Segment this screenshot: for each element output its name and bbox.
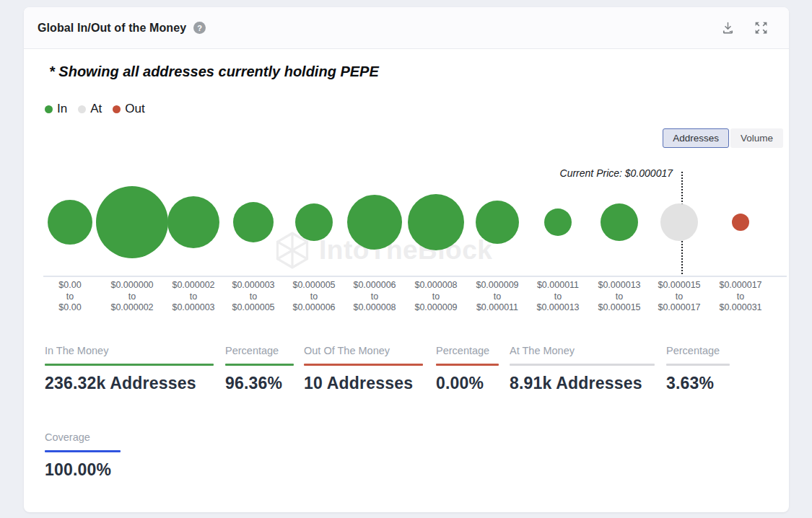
stat-underline — [436, 364, 499, 366]
toggle-volume-button[interactable]: Volume — [730, 128, 783, 148]
coverage-underline — [45, 450, 121, 452]
watermark-text: IntoTheBlock — [319, 235, 492, 265]
stat-value: 0.00% — [436, 374, 499, 393]
legend-item-in[interactable]: In — [45, 102, 67, 116]
x-axis-line — [43, 276, 787, 277]
coverage-value: 100.00% — [45, 460, 121, 480]
stat-label: Percentage — [666, 345, 730, 356]
stat-block-in-the-money: In The Money236.32k Addresses — [45, 345, 214, 393]
stat-underline — [666, 364, 730, 366]
legend-dot-icon — [78, 105, 86, 113]
view-toggle: AddressesVolume — [663, 128, 783, 148]
coverage-label: Coverage — [45, 431, 121, 443]
toggle-addresses-button[interactable]: Addresses — [663, 128, 729, 148]
stat-value: 8.91k Addresses — [510, 374, 655, 393]
bubble-in-10[interactable] — [601, 203, 638, 241]
legend-label: In — [57, 102, 67, 116]
chart-legend: InAtOut — [45, 102, 145, 116]
bubble-in-6[interactable] — [347, 195, 402, 250]
stat-value: 3.63% — [666, 374, 730, 393]
stat-label: Percentage — [436, 345, 499, 356]
stat-block-percentage: Percentage3.63% — [666, 345, 730, 393]
legend-item-at[interactable]: At — [78, 102, 102, 116]
bubble-in-2[interactable] — [96, 186, 168, 258]
legend-label: Out — [125, 102, 144, 116]
stat-block-out-of-the-money: Out Of The Money10 Addresses — [304, 345, 423, 393]
bubble-in-8[interactable] — [476, 201, 519, 244]
card-header: Global In/Out of the Money ? — [24, 7, 789, 49]
legend-dot-icon — [113, 105, 121, 113]
stat-value: 10 Addresses — [304, 374, 423, 393]
legend-label: At — [90, 102, 102, 116]
legend-dot-icon — [45, 105, 53, 113]
bubble-in-1[interactable] — [48, 200, 92, 245]
page-title: Global In/Out of the Money — [38, 22, 186, 35]
stat-underline — [304, 364, 423, 366]
current-price-annotation: Current Price: $0.000017 — [560, 167, 673, 179]
stat-underline — [510, 364, 655, 366]
expand-icon[interactable] — [754, 20, 769, 35]
stat-label: Out Of The Money — [304, 345, 423, 356]
bubble-in-7[interactable] — [408, 194, 464, 250]
bubble-in-5[interactable] — [295, 203, 333, 241]
stat-value: 96.36% — [225, 374, 294, 393]
x-axis-tick-label: $0.000017to$0.000031 — [701, 280, 780, 314]
coverage-block: Coverage 100.00% — [45, 431, 121, 480]
stat-block-at-the-money: At The Money8.91k Addresses — [510, 345, 655, 393]
download-icon[interactable] — [720, 20, 735, 35]
stat-label: Percentage — [225, 345, 294, 356]
legend-item-out[interactable]: Out — [113, 102, 144, 116]
header-actions — [720, 20, 769, 35]
bubble-out-12[interactable] — [732, 214, 749, 231]
bubble-in-3[interactable] — [167, 196, 219, 248]
stat-underline — [225, 364, 294, 366]
bubble-at-11[interactable] — [660, 203, 698, 241]
bubble-in-9[interactable] — [544, 208, 572, 236]
stat-block-percentage: Percentage0.00% — [436, 345, 499, 393]
stat-value: 236.32k Addresses — [45, 374, 214, 393]
chart-subtitle: * Showing all addresses currently holdin… — [49, 63, 379, 80]
help-icon[interactable]: ? — [193, 22, 206, 34]
stat-label: In The Money — [45, 345, 214, 356]
stat-label: At The Money — [510, 345, 655, 356]
stat-block-percentage: Percentage96.36% — [225, 345, 294, 393]
bubble-in-4[interactable] — [233, 202, 274, 242]
stat-underline — [45, 364, 214, 366]
chart-card: Global In/Out of the Money ? * Showing a… — [24, 7, 789, 512]
